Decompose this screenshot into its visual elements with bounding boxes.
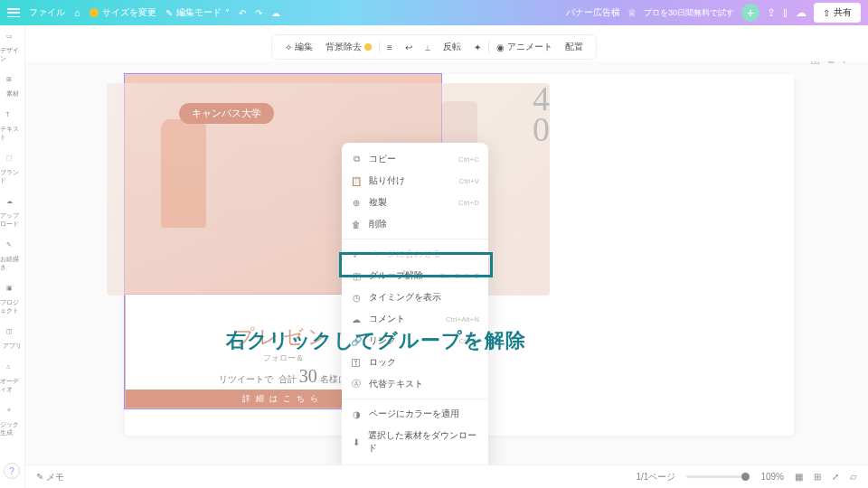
grid-view-icon[interactable]: ▦ bbox=[795, 472, 803, 482]
crown-icon: ♕ bbox=[627, 7, 637, 19]
expand-page-icon[interactable]: ⤢ bbox=[842, 61, 850, 66]
ctx-apply-color[interactable]: ◑ページにカラーを適用 bbox=[342, 403, 488, 425]
palette-icon: ◑ bbox=[351, 409, 362, 419]
help-button[interactable]: ? bbox=[4, 463, 20, 479]
follow-text: フォロー＆ bbox=[263, 352, 304, 364]
ctx-timing[interactable]: ◷タイミングを表示 bbox=[342, 286, 488, 308]
toolbar-flip[interactable]: 反転 bbox=[438, 39, 467, 55]
file-menu[interactable]: ファイル bbox=[29, 6, 65, 19]
toolbar-lines-icon[interactable]: ≡ bbox=[382, 41, 398, 54]
comment-icon: ☁ bbox=[351, 314, 362, 324]
doc-name[interactable]: バナー広告横 bbox=[566, 6, 620, 19]
ctx-paste[interactable]: 📋貼り付けCtrl+V bbox=[342, 170, 488, 192]
lock-icon: ⚿ bbox=[351, 358, 362, 368]
large-number: 40 bbox=[533, 83, 550, 145]
sidebar-text[interactable]: Tテキスト bbox=[0, 111, 24, 142]
redo-icon[interactable]: ↷ bbox=[255, 8, 262, 18]
hamburger-icon[interactable] bbox=[7, 8, 20, 17]
pro-dot-icon bbox=[364, 43, 372, 51]
clock-icon: ◷ bbox=[351, 293, 362, 303]
sidebar-projects[interactable]: ▣プロジェクト bbox=[0, 285, 24, 315]
toolbar-crop-icon[interactable]: ⟂ bbox=[420, 41, 436, 54]
resize-button[interactable]: サイズを変更 bbox=[90, 6, 156, 19]
pro-trial-button[interactable]: プロを30日間無料で試す bbox=[644, 7, 734, 19]
chart-icon[interactable]: ⫿ bbox=[783, 6, 788, 19]
ctx-duplicate[interactable]: ⊕複製Ctrl+D bbox=[342, 192, 488, 213]
sidebar-elements[interactable]: ⊞素材 bbox=[6, 76, 19, 99]
toolbar-animate[interactable]: ◉ アニメート bbox=[491, 39, 558, 55]
lock-page-icon[interactable]: ⚿ bbox=[810, 61, 820, 66]
fullscreen-icon[interactable]: ⤢ bbox=[832, 472, 839, 482]
add-button[interactable]: + bbox=[741, 4, 760, 22]
duplicate-icon: ⊕ bbox=[351, 198, 362, 208]
ctx-fit-page[interactable]: ⤢ページに合わせる bbox=[342, 243, 488, 265]
download-icon: ⬇ bbox=[351, 437, 361, 447]
ctx-delete[interactable]: 🗑削除 bbox=[342, 213, 488, 235]
zoom-value[interactable]: 109% bbox=[760, 472, 784, 482]
crown-dot-icon bbox=[90, 8, 99, 17]
toolbar-edit[interactable]: ✧ 編集 bbox=[279, 39, 318, 55]
toolbar-sparkle-icon[interactable]: ✦ bbox=[468, 41, 486, 54]
ctx-ungroup[interactable]: ◫グループ解除Ctrl+Shift+G bbox=[342, 265, 488, 286]
alt-text-icon: Ⓐ bbox=[351, 378, 362, 390]
bottom-bar: ✎ メモ 1/1ページ 109% ▦ ⊞ ⤢ ▱ bbox=[25, 465, 868, 488]
ctx-comment[interactable]: ☁コメントCtrl+Alt+N bbox=[342, 308, 488, 330]
toolbar-bg-remove[interactable]: 背景除去 bbox=[320, 39, 377, 55]
edit-mode-dropdown[interactable]: ✎ 編集モード ˅ bbox=[165, 6, 230, 19]
toolbar-position[interactable]: 配置 bbox=[560, 39, 589, 55]
undo-icon[interactable]: ↶ bbox=[239, 8, 246, 18]
duplicate-page-icon[interactable]: ⧉ bbox=[827, 61, 835, 66]
sidebar-audio[interactable]: ♫オーディオ bbox=[0, 363, 24, 394]
ctx-link[interactable]: 🔗リンクCtrl+K bbox=[342, 330, 488, 352]
comment-icon[interactable]: ☁ bbox=[796, 6, 807, 19]
thumbnail-view-icon[interactable]: ⊞ bbox=[814, 472, 821, 482]
sidebar-apps[interactable]: ◫アプリ bbox=[3, 328, 22, 351]
ctx-lock[interactable]: ⚿ロック bbox=[342, 352, 488, 373]
sidebar-upload[interactable]: ☁アップロード bbox=[0, 198, 24, 229]
ctx-alt-text[interactable]: Ⓐ代替テキスト bbox=[342, 373, 488, 395]
link-icon: 🔗 bbox=[351, 336, 362, 346]
page-indicator[interactable]: 1/1ページ bbox=[637, 471, 676, 483]
sidebar-brand[interactable]: ⬚ブランド bbox=[0, 155, 24, 185]
zoom-slider[interactable] bbox=[686, 475, 750, 478]
toolbar-align-icon[interactable]: ↩ bbox=[400, 41, 418, 54]
paste-icon: 📋 bbox=[351, 176, 362, 186]
left-sidebar: ▭デザイン ⊞素材 Tテキスト ⬚ブランド ☁アップロード ✎お絵描き ▣プロジ… bbox=[0, 25, 25, 488]
ungroup-icon: ◫ bbox=[351, 271, 362, 281]
trash-icon: 🗑 bbox=[351, 220, 362, 230]
retweet-text: リツイートで 合計 30 名様に bbox=[219, 366, 346, 387]
sidebar-design[interactable]: ▭デザイン bbox=[0, 33, 24, 63]
copy-icon: ⧉ bbox=[351, 154, 362, 164]
ctx-copy[interactable]: ⧉コピーCtrl+C bbox=[342, 148, 488, 170]
insights-icon[interactable]: ⇪ bbox=[767, 6, 776, 19]
ctx-download-sel[interactable]: ⬇選択した素材をダウンロード bbox=[342, 425, 488, 459]
present-title: プレゼン bbox=[234, 324, 332, 351]
sidebar-magic[interactable]: ✧ジック生成 bbox=[0, 407, 24, 437]
cloud-sync-icon[interactable]: ☁ bbox=[271, 8, 280, 18]
campus-badge: キャンパス大学 bbox=[179, 103, 274, 124]
sidebar-draw[interactable]: ✎お絵描き bbox=[0, 241, 24, 272]
context-menu: ⧉コピーCtrl+C 📋貼り付けCtrl+V ⊕複製Ctrl+D 🗑削除 ⤢ペー… bbox=[342, 143, 488, 488]
fit-icon: ⤢ bbox=[351, 249, 362, 259]
top-bar: ファイル ⌂ サイズを変更 ✎ 編集モード ˅ ↶ ↷ ☁ バナー広告横 ♕ プ… bbox=[0, 0, 868, 25]
share-button[interactable]: ⇧ 共有 bbox=[814, 3, 861, 23]
home-icon[interactable]: ⌂ bbox=[74, 7, 80, 18]
contextual-toolbar: ✧ 編集 背景除去 ≡ ↩ ⟂ 反転 ✦ ◉ アニメート 配置 bbox=[271, 34, 597, 60]
memo-button[interactable]: ✎ メモ bbox=[36, 471, 64, 483]
present-icon[interactable]: ▱ bbox=[850, 472, 857, 482]
page-controls: ⚿ ⧉ ⤢ bbox=[810, 61, 850, 66]
